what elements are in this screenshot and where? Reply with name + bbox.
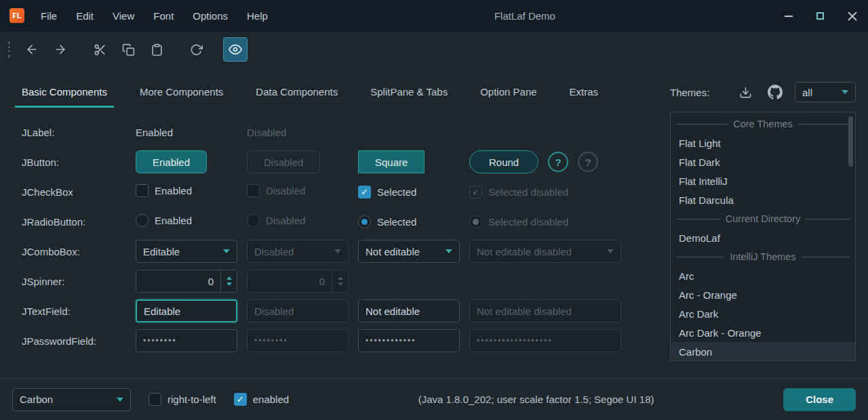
theme-combobox[interactable]: Carbon [12, 388, 131, 411]
passwordfield-not-editable[interactable]: •••••••••••• [358, 329, 460, 352]
spinner-buttons [332, 270, 348, 292]
radio-selected-disabled: Selected disabled [469, 215, 568, 228]
radio-enabled[interactable]: Enabled [136, 214, 192, 227]
theme-item[interactable]: Arc Dark [671, 304, 855, 323]
combobox-value: Editable [143, 246, 180, 257]
radio-icon [136, 214, 149, 227]
row-label-jbutton: JButton: [22, 156, 136, 168]
passwordfield-enabled[interactable]: •••••••• [136, 329, 237, 352]
menu-file[interactable]: File [31, 0, 66, 32]
spinner-down-icon[interactable] [226, 282, 232, 286]
textfield-not-editable[interactable]: Not editable [358, 299, 460, 322]
spinner-enabled[interactable]: 0 [136, 270, 237, 293]
checkbox-selected[interactable]: ✓Selected [358, 186, 416, 198]
chevron-down-icon [334, 249, 341, 253]
spinner-up-icon [338, 276, 343, 280]
checkbox-checked-icon: ✓ [234, 393, 247, 406]
spinner-buttons[interactable] [220, 270, 237, 292]
spinner-up-icon[interactable] [226, 276, 232, 280]
forward-arrow-icon [54, 43, 67, 56]
menu-options[interactable]: Options [183, 0, 237, 32]
inspect-toggle-button[interactable] [223, 37, 248, 62]
close-button[interactable]: Close [783, 388, 856, 411]
download-theme-button[interactable] [735, 82, 755, 102]
basic-components-grid: JLabel: Enabled Disabled JButton: Enable… [0, 108, 670, 356]
spinner-disabled: 0 [247, 270, 349, 293]
spinner-value[interactable]: 0 [136, 270, 220, 292]
theme-item[interactable]: Flat Dark [671, 152, 855, 171]
menu-help[interactable]: Help [237, 0, 277, 32]
checkbox-label: Selected [377, 186, 416, 198]
menu-view[interactable]: View [103, 0, 144, 32]
theme-separator: Core Themes [671, 114, 855, 133]
maximize-icon [816, 12, 824, 20]
tab-data-components[interactable]: Data Components [249, 77, 344, 107]
textfield-editable[interactable]: Editable [136, 299, 237, 322]
tab-basic-components[interactable]: Basic Components [15, 77, 114, 107]
refresh-button[interactable] [184, 37, 208, 62]
theme-item[interactable]: DemoLaf [671, 228, 855, 247]
tab-more-components[interactable]: More Components [133, 77, 230, 107]
combobox-editable[interactable]: Editable [136, 240, 237, 263]
maximize-button[interactable] [804, 0, 836, 32]
github-button[interactable] [765, 82, 785, 102]
row-label-jcheckbox: JCheckBox [22, 186, 136, 198]
menu-edit[interactable]: Edit [66, 0, 103, 32]
radio-label: Selected [377, 216, 416, 228]
theme-separator: Current Directory [671, 209, 855, 228]
tab-extras[interactable]: Extras [563, 77, 606, 107]
theme-item[interactable]: Arc Dark - Orange [671, 323, 855, 342]
help-button-disabled: ? [578, 152, 598, 172]
chevron-down-icon [842, 90, 848, 94]
copy-button[interactable] [116, 37, 140, 62]
enabled-checkbox-label: enabled [253, 394, 289, 405]
tab-option-pane[interactable]: Option Pane [473, 77, 543, 107]
spinner-value: 0 [248, 270, 332, 292]
scrollbar-thumb[interactable] [848, 117, 853, 167]
minimize-button[interactable] [772, 0, 804, 32]
flatlaf-demo-window: FL File Edit View Font Options Help Flat… [0, 0, 868, 420]
checkbox-label: Enabled [155, 185, 192, 196]
tab-splitpane-tabs[interactable]: SplitPane & Tabs [363, 77, 454, 107]
radio-icon [247, 214, 260, 227]
jbutton-round[interactable]: Round [469, 150, 538, 173]
status-info-text: (Java 1.8.0_202; user scale factor 1.5; … [307, 394, 766, 405]
enabled-checkbox[interactable]: ✓ enabled [234, 393, 289, 406]
theme-item[interactable]: Arc [671, 266, 855, 285]
theme-item-selected[interactable]: Carbon [671, 342, 855, 361]
back-button[interactable] [20, 37, 44, 62]
forward-button[interactable] [48, 37, 73, 62]
checkbox-disabled: Disabled [247, 184, 305, 197]
jbutton-enabled[interactable]: Enabled [136, 150, 207, 173]
checkbox-icon [247, 184, 260, 197]
themes-label: Themes: [670, 87, 709, 98]
jbutton-square[interactable]: Square [358, 150, 425, 173]
checkbox-enabled[interactable]: Enabled [136, 184, 192, 197]
combobox-value: Not editable [366, 246, 420, 257]
row-label-jcombobox: JComboBox: [22, 246, 136, 257]
radio-label: Selected disabled [488, 216, 568, 228]
rtl-checkbox[interactable]: right-to-left [149, 393, 216, 406]
theme-item[interactable]: Flat Darcula [671, 190, 855, 209]
theme-item[interactable]: Arc - Orange [671, 285, 855, 304]
theme-filter-combobox[interactable]: all [795, 82, 856, 102]
passwordfield-not-editable-disabled: •••••••••••••••••• [469, 329, 621, 352]
close-window-button[interactable] [836, 0, 868, 32]
theme-item[interactable]: Flat Light [671, 133, 855, 152]
combobox-disabled: Disabled [247, 240, 349, 263]
title-area: FlatLaf Demo [277, 0, 772, 32]
scissors-icon [94, 43, 106, 56]
jlabel-enabled: Enabled [136, 127, 247, 138]
menu-font[interactable]: Font [144, 0, 183, 32]
window-controls [772, 0, 868, 32]
combobox-not-editable[interactable]: Not editable [358, 240, 460, 263]
download-icon [739, 86, 752, 99]
paste-button[interactable] [144, 37, 169, 62]
help-button[interactable]: ? [548, 152, 568, 172]
titlebar: FL File Edit View Font Options Help Flat… [0, 0, 868, 32]
refresh-icon [190, 43, 203, 56]
cut-button[interactable] [87, 37, 112, 62]
toolbar-grip-icon[interactable] [8, 41, 10, 58]
radio-selected[interactable]: Selected [358, 215, 416, 228]
theme-item[interactable]: Flat IntelliJ [671, 171, 855, 190]
